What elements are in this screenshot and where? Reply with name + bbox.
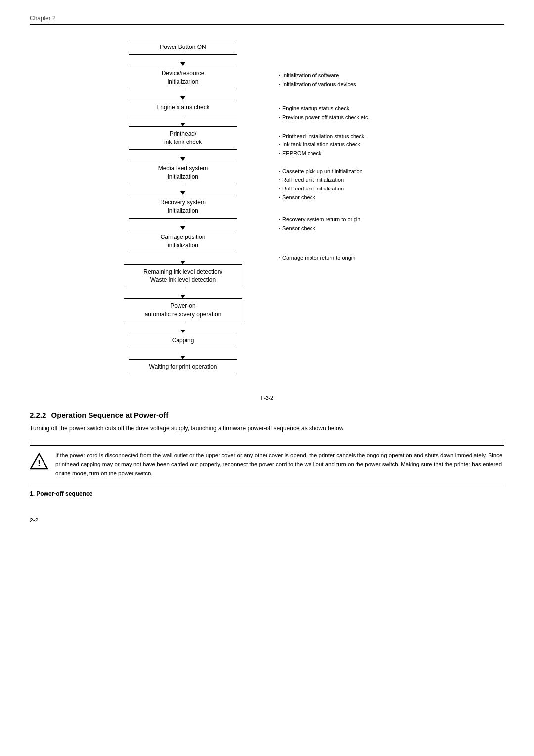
page: Chapter 2 Power Button ON Device/resourc… [0,0,534,544]
figure-label: F-2-2 [261,395,273,401]
power-off-sequence-label: 1. Power-off sequence [30,490,504,497]
top-rule [30,24,504,25]
note-5: ・Recovery system return to origin ・Senso… [277,207,435,241]
warning-text: If the power cord is disconnected from t… [55,451,504,478]
arrow-6 [183,253,183,264]
box-carriage-position: Carriage positioninitialization [129,230,237,253]
arrow-0 [183,55,183,66]
arrow-4 [183,184,183,195]
note-4-line-4: ・Sensor check [277,193,363,202]
section-title-text: Operation Sequence at Power-off [51,411,169,419]
note-2-line-2: ・Previous power-off status check,etc. [277,113,370,122]
note-2: ・Engine startup status check ・Previous p… [277,99,435,128]
note-spacer-9 [277,342,435,371]
note-4-line-3: ・Roll feed unit initialization [277,185,363,193]
box-printhead: Printhead/ink tank check [129,126,237,150]
note-5-line-2: ・Sensor check [277,224,360,233]
note-6-line-1: ・Carriage motor return to origin [277,254,355,263]
note-4-line-1: ・Cassette pick-up unit initialization [277,167,363,176]
note-4-line-2: ・Roll feed unit initialization [277,176,363,185]
note-spacer-10 [277,371,435,391]
note-1-line-2: ・Initialization of various devices [277,80,356,89]
note-2-line-1: ・Engine startup status check [277,104,370,113]
note-4: ・Cassette pick-up unit initialization ・R… [277,162,435,207]
page-number: 2-2 [30,517,504,524]
svg-text:!: ! [38,458,41,468]
section-rule [30,440,504,440]
flowchart-left: Power Button ON Device/resourceinitializ… [99,35,267,374]
box-engine-status: Engine status check [129,100,237,115]
arrow-3 [183,150,183,161]
flowchart-wrapper: Power Button ON Device/resourceinitializ… [30,35,504,391]
box-power-button: Power Button ON [129,40,237,55]
warning-icon: ! [30,452,48,471]
note-3: ・Printhead installation status check ・In… [277,128,435,162]
note-spacer-8 [277,309,435,342]
box-recovery-system: Recovery systeminitialization [129,195,237,219]
box-remaining-ink: Remaining ink level detection/Waste ink … [124,264,242,288]
chapter-label: Chapter 2 [30,15,504,22]
diagram-area: Power Button ON Device/resourceinitializ… [30,35,504,401]
arrow-9 [183,348,183,359]
arrow-5 [183,219,183,230]
arrow-1 [183,89,183,100]
box-waiting-print: Waiting for print operation [129,359,237,375]
note-spacer-0 [277,35,435,61]
warning-block: ! If the power cord is disconnected from… [30,445,504,483]
box-capping: Capping [129,333,237,348]
note-3-line-2: ・Ink tank installation status check [277,141,364,149]
arrow-8 [183,322,183,333]
note-5-line-1: ・Recovery system return to origin [277,215,360,224]
box-power-on-recovery: Power-onautomatic recovery operation [124,298,242,322]
note-spacer-7 [277,275,435,309]
note-6: ・Carriage motor return to origin [277,241,435,275]
note-1-line-1: ・Initialization of software [277,71,356,80]
note-1: ・Initialization of software ・Initializat… [277,61,435,99]
section-title: 2.2.2 Operation Sequence at Power-off [30,411,504,419]
section-description: Turning off the power switch cuts off th… [30,424,504,433]
arrow-7 [183,287,183,298]
note-3-line-3: ・EEPROM check [277,149,364,158]
arrow-2 [183,115,183,126]
notes-column: ・Initialization of software ・Initializat… [267,35,435,391]
box-media-feed: Media feed systeminitialization [129,161,237,185]
note-3-line-1: ・Printhead installation status check [277,132,364,141]
section-number: 2.2.2 [30,411,46,419]
box-device-resource: Device/resourceinitializarion [129,66,237,90]
